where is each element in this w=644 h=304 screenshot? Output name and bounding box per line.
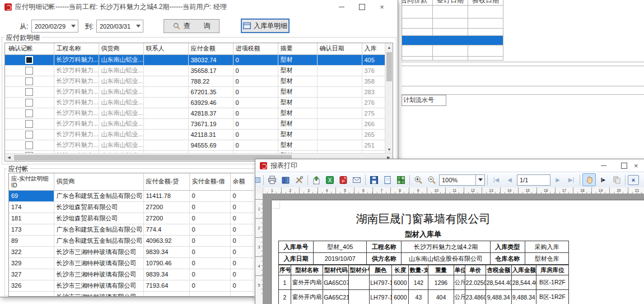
payable-detail-row[interactable]: 长沙万科魅力... 山东南山铝业... 788.22 0 型材 358 (5, 76, 385, 86)
ruler-mark: 5 (335, 187, 354, 194)
print-icon[interactable] (266, 174, 278, 186)
save-icon[interactable] (368, 174, 380, 186)
pdf-icon[interactable]: P (337, 174, 349, 186)
payables-row[interactable]: 327 长沙市三湘特种玻璃有限公司 9839.34 0 0 (9, 269, 254, 280)
minimize-button[interactable] (332, 0, 352, 13)
vertical-scrollbar[interactable]: ▲ ▼ (385, 43, 393, 153)
confirm-checkbox[interactable] (25, 131, 33, 139)
info-label: 供方名称 (367, 253, 402, 265)
rpt-col: 型材名称 (291, 265, 323, 275)
to-date-combo[interactable]: 2020/03/31 (96, 20, 143, 33)
confirm-checkbox[interactable] (25, 77, 33, 85)
col-debit[interactable]: 实付金额-借 (189, 173, 230, 190)
payable-detail-row[interactable]: 长沙万科魅力... 山东南山铝业... 67201.35 0 型材 283 (5, 86, 385, 97)
payables-row[interactable]: 89 广东合和建筑五金制品有限公司 40963.92 0 0 (9, 235, 254, 246)
close-button[interactable]: × (634, 159, 644, 172)
col-project[interactable]: 工程名称 (54, 43, 99, 54)
confirm-checkbox[interactable] (25, 109, 33, 117)
confirm-checkbox[interactable] (25, 88, 33, 96)
maximize-button[interactable] (614, 159, 634, 172)
col-contact[interactable]: 联系人 (143, 43, 188, 54)
bg-selected-row[interactable] (402, 36, 503, 45)
scroll-thumb[interactable] (386, 52, 392, 81)
scroll-thumb[interactable] (14, 155, 292, 160)
payables-row[interactable]: 69 广东合和建筑五金制品有限公司 11411.78 0 0 (9, 190, 254, 201)
multi-page-icon[interactable] (395, 174, 407, 186)
col-confirm[interactable]: 确认记帐 (5, 43, 54, 54)
payables-row[interactable]: 326 长沙市三湘特种玻璃有限公司 7193.64 0 0 (9, 280, 254, 291)
scroll-left-arrow[interactable]: ◀ (5, 154, 13, 162)
col-detail-id[interactable]: 应-实付款明细ID (9, 173, 54, 190)
confirm-checkbox[interactable] (25, 56, 33, 64)
query-button[interactable]: 查 询 (164, 19, 220, 33)
col-confirm-date[interactable]: 确认日期 (317, 43, 362, 54)
payable-detail-row[interactable]: 长沙万科魅力... 山东南山铝业... 42818.37 0 型材 275 (5, 108, 385, 118)
to-date-value: 2020/03/31 (97, 23, 133, 30)
prev-page-icon[interactable]: ◀ (503, 174, 516, 186)
rpt-col: 库房库位 (536, 265, 568, 275)
close-button[interactable]: × (372, 0, 392, 13)
scroll-up-arrow[interactable]: ▲ (385, 43, 393, 51)
col-summary[interactable]: 摘要 (278, 43, 317, 54)
first-page-icon[interactable]: |◀ (490, 174, 502, 186)
payables-row[interactable]: 322 长沙市三湘特种玻璃有限公司 9839.34 0 0 (9, 246, 254, 257)
payable-detail-row[interactable]: 长沙万科魅力... 山东南山铝业... 73671.19 0 型材 266 (5, 118, 385, 129)
col-credit[interactable]: 应付金额-贷 (143, 173, 189, 190)
col-supplier[interactable]: 供货商 (54, 173, 143, 190)
col-amount[interactable]: 应付金额 (188, 43, 233, 54)
payable-detail-row[interactable]: 长沙万科魅力... 山东南山铝业... 38032.74 0 型材 405 (5, 54, 385, 65)
inbound-detail-button-label: 入库单明细 (254, 21, 287, 31)
payables-row[interactable]: 174 长沙坦森贸易有限公司 27200 0 0 (9, 201, 254, 213)
chevron-down-icon[interactable] (68, 20, 78, 32)
col-supplier[interactable]: 供货商 (99, 43, 143, 54)
payables-row[interactable]: 181 长沙坦森贸易有限公司 27200 0 0 (9, 213, 254, 224)
ruler-mark: 4 (255, 256, 263, 275)
confirm-checkbox[interactable] (25, 120, 33, 128)
from-date-combo[interactable]: 2020/02/29 (31, 20, 78, 33)
maximize-button[interactable] (352, 0, 372, 13)
zoom-select[interactable]: 100% (439, 174, 485, 186)
payable-detail-table-wrap: 确认记帐 工程名称 供货商 联系人 应付金额 进项税额 摘要 确认日期 入库 长 (4, 43, 393, 162)
payable-detail-row[interactable]: 长沙万科魅力... 山东南山铝业... 94555.69 0 型材 251 (5, 140, 385, 150)
page-setup-icon[interactable] (381, 174, 394, 186)
last-page-icon[interactable]: ▶| (565, 174, 577, 186)
ruler-mark: 14 (500, 187, 519, 194)
next-page-icon[interactable]: ▶ (552, 174, 564, 186)
excel-icon[interactable]: X (324, 174, 336, 186)
mail-icon[interactable] (351, 174, 363, 186)
payables-row[interactable]: 173 广东合和建筑五金制品有限公司 774.4 0 0 (9, 224, 254, 235)
zoom-out-icon[interactable] (426, 174, 438, 186)
design-icon[interactable] (254, 174, 261, 186)
chevron-down-icon[interactable] (133, 20, 143, 32)
page-number-field[interactable]: 1/1 (517, 174, 550, 186)
col-tax[interactable]: 进项税额 (233, 43, 278, 54)
plan-serial-box[interactable]: 计划流水号 (402, 95, 446, 106)
chevron-down-icon[interactable] (475, 175, 484, 185)
export-icon[interactable] (310, 174, 323, 186)
payables-row[interactable]: 329 长沙市三湘特种玻璃有限公司 10790.46 0 0 (9, 257, 254, 269)
inbound-detail-button[interactable]: 入库单明细 (241, 19, 290, 33)
report-preview-area[interactable]: 湖南巨晟门窗幕墙有限公司 型材入库单 入库单号 型材_405 工程名称 长沙万科… (263, 194, 644, 304)
payable-detail-row[interactable]: 长沙万科魅力... 山东南山铝业... 42118.31 0 型材 265 (5, 129, 385, 140)
titlebar[interactable]: 报表打印 (255, 159, 644, 172)
confirm-checkbox[interactable] (25, 99, 33, 107)
payable-detail-row[interactable]: 长沙万科魅力... 山东南山铝业... 63929.46 0 型材 276 (5, 97, 385, 108)
confirm-checkbox[interactable] (25, 141, 33, 149)
zoom-in-icon[interactable] (412, 174, 424, 186)
col-balance[interactable]: 余额 (230, 173, 254, 190)
confirm-checkbox[interactable] (25, 67, 33, 75)
book-icon[interactable] (279, 174, 292, 186)
text-select-tool-icon[interactable]: I▶ (597, 174, 609, 186)
close-preview-icon[interactable]: × (628, 175, 639, 185)
hand-tool-icon[interactable] (582, 173, 596, 186)
payables-row[interactable]: 长沙市三湘特种玻璃有限公司 (9, 291, 254, 297)
minimize-button[interactable] (594, 159, 614, 172)
copy-icon[interactable] (610, 174, 623, 186)
tools-icon[interactable] (293, 174, 305, 186)
report-toolbar: X P 100% |◀ ◀ 1/1 ▶ ▶| I▶ (255, 172, 644, 188)
bg-col-sign-date: 签订日期 (437, 0, 464, 5)
col-inbound[interactable]: 入库 (362, 43, 385, 54)
payable-detail-row[interactable]: 长沙万科魅力... 山东南山铝业... 35658.17 0 型材 376 (5, 65, 385, 76)
info-value: 型材仓库 (525, 253, 568, 265)
scroll-down-arrow[interactable]: ▼ (385, 145, 393, 153)
